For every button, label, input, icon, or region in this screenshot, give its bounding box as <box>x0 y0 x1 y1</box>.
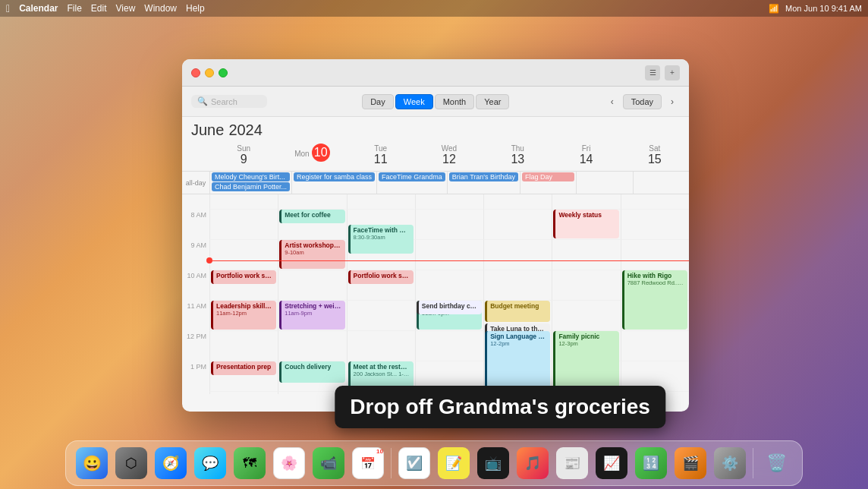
menubar-right: 📶 Mon Jun 10 9:41 AM <box>769 4 862 14</box>
day-cell-1-6[interactable] <box>278 194 346 210</box>
search-box[interactable]: 🔍 Search <box>191 95 267 108</box>
allday-event-melody[interactable]: Melody Cheung's Birt... <box>212 172 290 181</box>
day-cell-2-6[interactable] <box>347 194 415 210</box>
event-12[interactable]: Presentation prep <box>211 361 276 375</box>
day-cell-2-11[interactable] <box>347 331 415 361</box>
event-4[interactable]: FaceTime with Grandma8:30-9:30am <box>348 225 414 254</box>
event-10[interactable]: Sign Language Club12-2pm <box>485 331 550 390</box>
event-0[interactable]: Meet for coffee <box>279 210 344 223</box>
day-cell-4-8[interactable] <box>483 240 552 270</box>
day-cell-5-6[interactable] <box>552 194 620 210</box>
menubar-window[interactable]: Window <box>144 3 177 14</box>
apple-menu[interactable]:  <box>6 2 10 14</box>
traffic-lights <box>191 68 228 77</box>
day-cell-2-10[interactable] <box>347 301 415 331</box>
day-cell-5-8[interactable] <box>552 240 620 270</box>
sidebar-toggle[interactable]: ☰ <box>645 65 660 80</box>
dock-trash[interactable]: 🗑️ <box>758 445 794 481</box>
menubar:  Calendar File Edit View Window Help 📶 … <box>0 0 868 17</box>
time-grid-scroll[interactable]: 1 AM2 AM3 AM4 AM5 AM6 AM7 AM8 AM9 AM10 A… <box>182 194 689 394</box>
event-28[interactable]: Hike with Rigo7887 Redwood Rd... 10am-12… <box>622 270 687 330</box>
day-cell-6-7[interactable] <box>621 210 689 240</box>
dock-finder[interactable]: 😀 <box>74 445 110 481</box>
day-cell-1-9[interactable] <box>278 270 346 301</box>
allday-cell-sun: Melody Cheung's Birt... Chad Benjamin Po… <box>209 172 291 194</box>
day-header-sat: Sat 15 <box>621 140 689 171</box>
allday-event-brian[interactable]: Brian Tran's Birthday <box>449 172 518 181</box>
today-button[interactable]: Today <box>623 94 662 109</box>
view-day[interactable]: Day <box>362 94 394 109</box>
dock-keynote[interactable]: 🎬 <box>672 445 709 481</box>
day-cell-5-9[interactable] <box>552 270 620 301</box>
menubar-view[interactable]: View <box>116 3 136 14</box>
menubar-file[interactable]: File <box>67 3 81 14</box>
dock-launchpad[interactable]: ⬡ <box>113 445 149 481</box>
maximize-button[interactable] <box>219 68 228 77</box>
next-week-button[interactable]: › <box>665 94 680 109</box>
day-cell-5-10[interactable] <box>552 301 620 331</box>
prev-week-button[interactable]: ‹ <box>605 94 620 109</box>
close-button[interactable] <box>191 68 200 77</box>
day-cell-0-7[interactable] <box>209 210 278 240</box>
allday-event-samba[interactable]: Register for samba class <box>294 172 375 181</box>
event-2[interactable]: Portfolio work session <box>211 270 276 284</box>
day-cell-3-6[interactable] <box>415 194 483 210</box>
hour-label-10: 11 AM <box>182 301 209 331</box>
dock-stocks[interactable]: 📈 <box>593 445 630 481</box>
event-11[interactable]: Family picnic12-3pm <box>553 331 618 394</box>
event-5[interactable]: Leadership skills workshop11am-12pm <box>211 301 276 330</box>
event-6[interactable]: Stretching + weights11am-9pm <box>279 301 344 330</box>
add-event-button[interactable]: + <box>665 65 680 80</box>
dock-system-settings[interactable]: ⚙️ <box>712 445 748 481</box>
event-29[interactable]: Send birthday card to A... <box>417 301 482 314</box>
day-cell-6-11[interactable] <box>621 331 689 361</box>
allday-event-flagday[interactable]: Flag Day <box>522 172 574 181</box>
dock-facetime[interactable]: 📹 <box>310 445 347 481</box>
menubar-edit[interactable]: Edit <box>91 3 107 14</box>
dock-reminders[interactable]: ☑️ <box>396 445 432 481</box>
day-cell-3-11[interactable] <box>415 331 483 361</box>
day-cell-0-6[interactable] <box>209 194 278 210</box>
event-8[interactable]: Budget meeting <box>485 301 550 322</box>
day-cell-3-7[interactable] <box>415 210 483 240</box>
nav-buttons: ‹ Today › <box>605 94 680 109</box>
day-cell-4-9[interactable] <box>483 270 552 301</box>
dock-calendar[interactable]: 📅 10 <box>350 445 386 481</box>
allday-event-chad[interactable]: Chad Benjamin Potter... <box>212 182 290 191</box>
allday-event-facetime[interactable]: FaceTime Grandma <box>379 172 445 181</box>
dock-music[interactable]: 🎵 <box>514 445 551 481</box>
view-week[interactable]: Week <box>395 94 433 109</box>
day-cell-1-11[interactable] <box>278 331 346 361</box>
menubar-app-name[interactable]: Calendar <box>19 3 58 14</box>
dock-tv[interactable]: 📺 <box>475 445 511 481</box>
day-cell-3-8[interactable] <box>415 240 483 270</box>
day-cell-4-7[interactable] <box>483 210 552 240</box>
event-1[interactable]: Artist workshop kickoff!9-10am <box>279 240 344 269</box>
hour-label-11: 12 PM <box>182 331 209 361</box>
day-cell-6-8[interactable] <box>621 240 689 270</box>
day-cell-3-9[interactable] <box>415 270 483 301</box>
dock-maps[interactable]: 🗺 <box>231 445 268 481</box>
allday-cell-thu: Flag Day <box>520 172 576 194</box>
event-27[interactable]: Weekly status <box>553 210 618 238</box>
day-cell-4-6[interactable] <box>483 194 552 210</box>
event-3[interactable]: Portfolio work session <box>348 270 414 284</box>
dock-safari[interactable]: 🧭 <box>153 445 189 481</box>
view-year[interactable]: Year <box>476 94 509 109</box>
event-13[interactable]: Couch delivery <box>279 361 344 383</box>
hour-label-6: 7 AM <box>182 194 209 210</box>
view-month[interactable]: Month <box>435 94 475 109</box>
desktop:  Calendar File Edit View Window Help 📶 … <box>0 0 868 489</box>
minimize-button[interactable] <box>205 68 214 77</box>
day-cell-6-6[interactable] <box>621 194 689 210</box>
dock-photos[interactable]: 🌸 <box>271 445 307 481</box>
dock-messages[interactable]: 💬 <box>192 445 228 481</box>
day-cell-0-13[interactable] <box>209 392 278 394</box>
day-cell-0-8[interactable] <box>209 240 278 270</box>
dock-news[interactable]: 📰 <box>554 445 590 481</box>
menubar-datetime: Mon Jun 10 9:41 AM <box>785 4 862 13</box>
dock-notes[interactable]: 📝 <box>436 445 472 481</box>
menubar-help[interactable]: Help <box>186 3 205 14</box>
dock-numbers[interactable]: 🔢 <box>633 445 669 481</box>
day-cell-0-11[interactable] <box>209 331 278 361</box>
